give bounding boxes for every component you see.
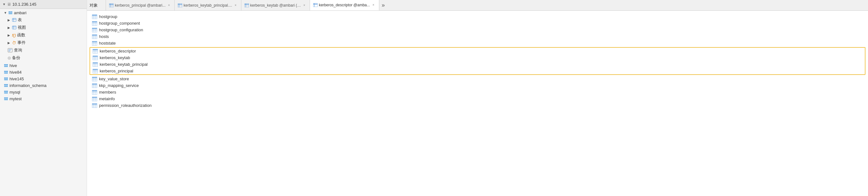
svg-point-21 [4,77,8,79]
svg-point-18 [4,71,8,72]
tab-kerberos-descriptor[interactable]: kerberos_descriptor @amba... × [310,0,379,11]
table-grid-icon [92,103,97,108]
ambari-expand-arrow: ▼ [4,11,7,14]
tab1-label: kerberos_principal @ambari... [115,3,165,8]
mysql-icon [4,90,8,95]
tab4-close[interactable]: × [371,3,376,7]
list-item[interactable]: kerberos_principal [90,68,865,74]
svg-rect-73 [92,41,97,42]
hive84-label: hive84 [9,70,22,75]
tab1-close[interactable]: × [167,3,171,8]
svg-point-30 [4,97,8,99]
events-label: 事件 [18,40,26,45]
list-item[interactable]: hostgroup [87,13,868,20]
db-hive[interactable]: hive [0,62,87,69]
functions-expand-arrow: ▶ [8,34,11,37]
svg-rect-23 [4,86,8,87]
hive-label: hive [9,63,17,68]
hive84-icon [4,70,8,75]
tables-label: 表 [18,17,22,23]
svg-rect-85 [93,56,98,57]
views-expand-arrow: ▶ [8,26,11,29]
db-ambari[interactable]: ▼ ambari [0,9,87,16]
svg-rect-20 [4,79,8,80]
svg-rect-67 [92,34,97,36]
list-item[interactable]: kkp_mapping_service [87,82,868,89]
list-item[interactable]: members [87,89,868,95]
db-hive84[interactable]: hive84 [0,69,87,75]
tab-overflow-button[interactable]: » [379,0,388,11]
db-information-schema[interactable]: information_schema [0,82,87,89]
tab-kerberos-principal[interactable]: kerberos_principal @ambari... × [106,0,175,11]
svg-rect-79 [93,49,98,50]
tab1-table-icon [109,3,114,7]
tab-bar: 对象 kerberos_principal @ambari... × kerbe… [87,0,868,11]
views-label: 视图 [18,25,26,30]
tab2-label: kerberos_keytab_principal.... [183,3,232,8]
tab-kerberos-keytab[interactable]: kerberos_keytab @ambari (… × [241,0,310,11]
list-item[interactable]: kerberos_descriptor [90,48,865,54]
table-grid-icon [92,41,97,45]
svg-point-27 [4,91,8,92]
svg-rect-55 [92,21,97,23]
svg-rect-29 [4,99,8,100]
sidebar-query-item[interactable]: 查询 [0,46,87,54]
svg-point-15 [4,64,8,65]
tab-bar-object-label: 对象 [87,0,106,11]
db-hive145[interactable]: hive145 [0,75,87,82]
svg-rect-97 [93,69,98,70]
list-item[interactable]: hoststate [87,40,868,46]
ambari-db-icon [8,11,13,15]
tables-icon [12,18,17,22]
sidebar-backup-item[interactable]: ◎ 备份 [0,54,87,62]
svg-rect-1 [8,13,12,14]
server-icon: 🖥 [7,2,11,7]
table-grid-icon [92,34,97,39]
tab2-table-icon [178,3,182,7]
table-grid-icon [93,69,98,73]
ambari-label: ambari [14,10,27,15]
svg-rect-121 [92,97,97,98]
sidebar-functions-group[interactable]: ▶ f() 函数 [0,31,87,39]
views-icon [12,25,17,30]
hive145-label: hive145 [9,76,24,81]
hive145-icon [4,77,8,81]
tab-kerberos-keytab-principal[interactable]: kerberos_keytab_principal.... × [175,0,241,11]
list-item[interactable]: key_value_store [87,75,868,82]
information-schema-icon [4,84,8,88]
svg-rect-43 [245,3,249,5]
highlighted-items-box: kerberos_descriptor kerberos_keytab [90,47,865,75]
tab4-label: kerberos_descriptor @amba... [319,3,370,7]
svg-rect-6 [12,26,16,29]
tab3-close[interactable]: × [302,3,307,8]
table-grid-icon [92,90,97,95]
list-item[interactable]: permission_roleauthorization [87,102,868,109]
svg-point-2 [8,11,12,13]
functions-label: 函数 [17,32,25,38]
svg-rect-39 [178,3,182,5]
list-item[interactable]: kerberos_keytab [90,54,865,61]
db-mysql[interactable]: mysql [0,89,87,95]
server-header[interactable]: ▼ 🖥 10.1.236.145 [0,0,87,9]
object-list: hostgroup hostgroup_component [87,11,868,196]
tab3-table-icon [245,3,249,7]
list-item[interactable]: hosts [87,33,868,40]
db-mytest[interactable]: mytest [0,95,87,102]
list-item[interactable]: kerberos_keytab_principal [90,61,865,68]
sidebar-events-group[interactable]: ▶ ⏱ 事件 [0,39,87,46]
svg-rect-103 [92,77,97,78]
list-item[interactable]: metainfo [87,95,868,102]
sidebar-views-group[interactable]: ▶ 视图 [0,24,87,31]
tables-expand-arrow: ▶ [8,18,11,22]
tab2-close[interactable]: × [234,3,238,8]
table-grid-icon [92,21,97,26]
list-item[interactable]: hostgroup_configuration [87,27,868,33]
functions-icon: f() [12,33,16,38]
list-item[interactable]: hostgroup_component [87,20,868,27]
hive-icon [4,64,8,68]
svg-rect-3 [12,18,16,22]
sidebar: ▼ 🖥 10.1.236.145 ▼ ambari ▶ 表 ▶ [0,0,87,196]
sidebar-tables-group[interactable]: ▶ 表 [0,16,87,24]
table-grid-icon [92,14,97,19]
svg-rect-109 [92,84,97,85]
